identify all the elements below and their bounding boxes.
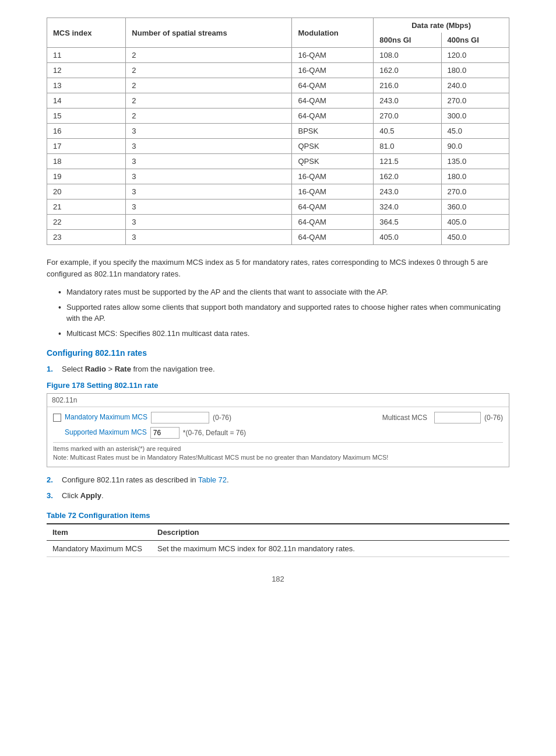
cell-400: 45.0 xyxy=(441,124,509,139)
cell-800: 81.0 xyxy=(374,139,441,154)
apply-bold: Apply xyxy=(80,491,101,500)
cell-800: 108.0 xyxy=(374,48,441,63)
mandatory-row: Mandatory Maximum MCS (0-76) Multicast M… xyxy=(53,412,503,424)
col-400ns: 400ns GI xyxy=(441,33,509,48)
mandatory-checkbox[interactable] xyxy=(53,414,61,422)
table-row: 20 3 16-QAM 243.0 270.0 xyxy=(47,184,509,200)
table-row: 21 3 64-QAM 324.0 360.0 xyxy=(47,200,509,215)
col-800ns: 800ns GI xyxy=(374,33,441,48)
col-spatial-streams: Number of spatial streams xyxy=(126,18,292,48)
config-table-title: Table 72 Configuration items xyxy=(47,511,509,520)
cell-800: 40.5 xyxy=(374,124,441,139)
config-col-item: Item xyxy=(47,524,152,541)
table-72-link[interactable]: Table 72 xyxy=(198,475,227,484)
table-row: 16 3 BPSK 40.5 45.0 xyxy=(47,124,509,139)
multicast-hint: (0-76) xyxy=(484,414,503,422)
note-required: Items marked with an asterisk(*) are req… xyxy=(53,445,503,452)
cell-streams: 3 xyxy=(126,139,292,154)
cell-mcs: 12 xyxy=(47,63,126,78)
cell-800: 270.0 xyxy=(374,108,441,124)
cell-400: 270.0 xyxy=(441,93,509,108)
figure-title: Figure 178 Setting 802.11n rate xyxy=(47,381,509,390)
step1-rate: Rate xyxy=(115,365,131,373)
config-table: Item Description Mandatory Maximum MCS S… xyxy=(47,523,509,557)
cell-mod: 64-QAM xyxy=(292,200,374,215)
col-data-rate: Data rate (Mbps) xyxy=(374,18,509,33)
table-row: 15 2 64-QAM 270.0 300.0 xyxy=(47,108,509,124)
cell-400: 405.0 xyxy=(441,215,509,230)
cell-streams: 3 xyxy=(126,124,292,139)
list-item: Supported rates allow some clients that … xyxy=(58,302,509,324)
mcs-rate-table: MCS index Number of spatial streams Modu… xyxy=(47,18,509,245)
cell-800: 121.5 xyxy=(374,154,441,169)
supported-label: Supported Maximum MCS xyxy=(65,428,147,438)
cell-streams: 2 xyxy=(126,93,292,108)
cell-mod: 64-QAM xyxy=(292,230,374,245)
cell-streams: 3 xyxy=(126,184,292,200)
cell-streams: 3 xyxy=(126,169,292,184)
cell-mod: QPSK xyxy=(292,139,374,154)
cell-mcs: 22 xyxy=(47,215,126,230)
table-row: 17 3 QPSK 81.0 90.0 xyxy=(47,139,509,154)
cell-mod: BPSK xyxy=(292,124,374,139)
col-mcs-index: MCS index xyxy=(47,18,126,48)
cell-mcs: 16 xyxy=(47,124,126,139)
cell-800: 216.0 xyxy=(374,78,441,93)
cell-mcs: 21 xyxy=(47,200,126,215)
cell-mod: 16-QAM xyxy=(292,63,374,78)
cell-mod: 64-QAM xyxy=(292,93,374,108)
cell-800: 364.5 xyxy=(374,215,441,230)
list-item: Mandatory rates must be supported by the… xyxy=(58,286,509,298)
example-paragraph: For example, if you specify the maximum … xyxy=(47,257,509,279)
cell-mcs: 11 xyxy=(47,48,126,63)
cell-400: 120.0 xyxy=(441,48,509,63)
cell-400: 360.0 xyxy=(441,200,509,215)
cell-streams: 2 xyxy=(126,108,292,124)
list-item: Multicast MCS: Specifies 802.11n multica… xyxy=(58,328,509,340)
cell-800: 162.0 xyxy=(374,63,441,78)
cell-400: 135.0 xyxy=(441,154,509,169)
cell-mod: 16-QAM xyxy=(292,48,374,63)
cell-mod: 16-QAM xyxy=(292,169,374,184)
table-row: 11 2 16-QAM 108.0 120.0 xyxy=(47,48,509,63)
cell-800: 162.0 xyxy=(374,169,441,184)
cell-streams: 2 xyxy=(126,63,292,78)
cell-streams: 3 xyxy=(126,230,292,245)
cell-mcs: 13 xyxy=(47,78,126,93)
multicast-label: Multicast MCS xyxy=(382,414,427,422)
table-row: 22 3 64-QAM 364.5 405.0 xyxy=(47,215,509,230)
multicast-input[interactable] xyxy=(434,412,481,424)
supported-hint: *(0-76, Default = 76) xyxy=(183,429,246,437)
bullet-list: Mandatory rates must be supported by the… xyxy=(58,286,509,339)
ui-802-11n-box: 802.11n Mandatory Maximum MCS (0-76) Mul… xyxy=(47,393,509,467)
cell-400: 240.0 xyxy=(441,78,509,93)
cell-800: 243.0 xyxy=(374,93,441,108)
step1-radio: Radio xyxy=(85,365,106,373)
config-item: Mandatory Maximum MCS xyxy=(47,540,152,556)
table-row: 14 2 64-QAM 243.0 270.0 xyxy=(47,93,509,108)
config-table-row: Mandatory Maximum MCS Set the maximum MC… xyxy=(47,540,509,556)
table-row: 13 2 64-QAM 216.0 240.0 xyxy=(47,78,509,93)
cell-400: 450.0 xyxy=(441,230,509,245)
cell-400: 270.0 xyxy=(441,184,509,200)
cell-400: 180.0 xyxy=(441,63,509,78)
supported-row: Supported Maximum MCS *(0-76, Default = … xyxy=(53,427,503,439)
cell-mcs: 14 xyxy=(47,93,126,108)
mandatory-hint: (0-76) xyxy=(213,414,231,422)
ui-divider xyxy=(53,442,503,443)
step-1: 1. Select Radio > Rate from the navigati… xyxy=(47,363,509,375)
ui-box-header: 802.11n xyxy=(47,394,509,407)
cell-mcs: 19 xyxy=(47,169,126,184)
cell-mod: 16-QAM xyxy=(292,184,374,200)
cell-400: 300.0 xyxy=(441,108,509,124)
page-number: 182 xyxy=(47,575,509,583)
supported-input[interactable] xyxy=(150,427,180,439)
mandatory-input[interactable] xyxy=(151,412,209,424)
table-row: 19 3 16-QAM 162.0 180.0 xyxy=(47,169,509,184)
cell-mod: QPSK xyxy=(292,154,374,169)
cell-800: 243.0 xyxy=(374,184,441,200)
table-row: 23 3 64-QAM 405.0 450.0 xyxy=(47,230,509,245)
cell-mcs: 15 xyxy=(47,108,126,124)
table-row: 12 2 16-QAM 162.0 180.0 xyxy=(47,63,509,78)
config-desc: Set the maximum MCS index for 802.11n ma… xyxy=(152,540,509,556)
